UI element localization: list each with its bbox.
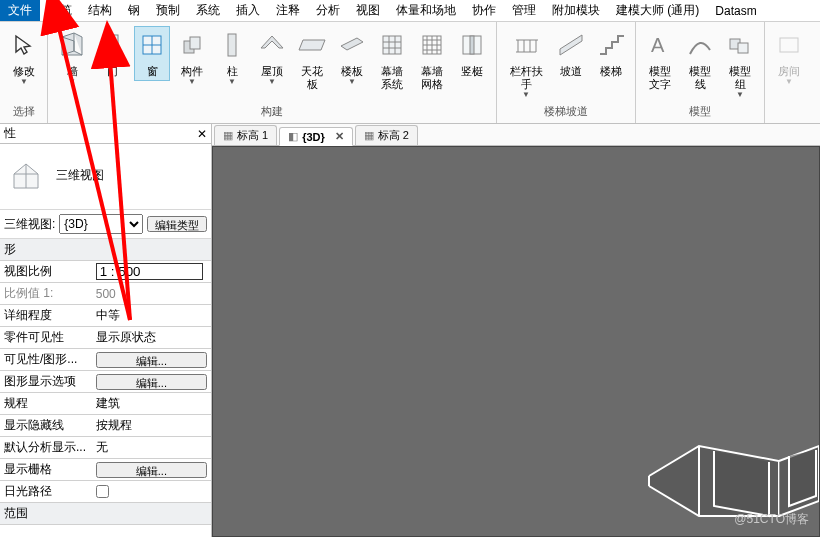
menu-datasm[interactable]: Datasm xyxy=(707,2,764,20)
menu-insert[interactable]: 插入 xyxy=(228,0,268,21)
roof-button[interactable]: 屋顶▼ xyxy=(254,26,290,89)
view-select[interactable]: {3D} xyxy=(59,214,143,234)
window-button[interactable]: 窗 xyxy=(134,26,170,81)
menu-architecture[interactable]: 建筑 xyxy=(40,0,80,21)
menu-steel[interactable]: 钢 xyxy=(120,0,148,21)
chevron-down-icon: ▼ xyxy=(785,78,793,86)
stair-icon xyxy=(595,29,627,61)
prop-defaultana-label: 默认分析显示... xyxy=(0,437,92,459)
wall-button[interactable]: 墙▼ xyxy=(54,26,90,89)
close-icon[interactable]: ✕ xyxy=(197,127,207,141)
prop-visgfx-label: 可见性/图形... xyxy=(0,349,92,371)
chevron-down-icon: ▼ xyxy=(268,78,276,86)
prop-sunpath-checkbox[interactable] xyxy=(96,485,109,498)
railing-icon xyxy=(510,29,542,61)
menu-systems[interactable]: 系统 xyxy=(188,0,228,21)
menu-annotate[interactable]: 注释 xyxy=(268,0,308,21)
chevron-down-icon: ▼ xyxy=(522,91,530,99)
menu-collab[interactable]: 协作 xyxy=(464,0,504,21)
chevron-down-icon: ▼ xyxy=(736,91,744,99)
menubar: 文件 建筑 结构 钢 预制 系统 插入 注释 分析 视图 体量和场地 协作 管理… xyxy=(0,0,820,22)
svg-rect-5 xyxy=(190,37,200,49)
menu-view[interactable]: 视图 xyxy=(348,0,388,21)
properties-panel: 性 ✕ 三维视图 三维视图: {3D} 编辑类型 形 视图比例 比例值 1 xyxy=(0,124,212,537)
prop-defaultana-value[interactable]: 无 xyxy=(92,437,211,459)
mullion-button[interactable]: 竖梃 xyxy=(454,26,490,81)
curtain-grid-button[interactable]: 幕墙 网格 xyxy=(414,26,450,94)
component-icon xyxy=(176,29,208,61)
view-type-prefix: 三维视图: xyxy=(4,216,55,233)
door-button[interactable]: 门 xyxy=(94,26,130,81)
modify-button[interactable]: 修改▼ xyxy=(6,26,42,89)
menu-structure[interactable]: 结构 xyxy=(80,0,120,21)
curtain-system-button[interactable]: 幕墙 系统 xyxy=(374,26,410,94)
chevron-down-icon: ▼ xyxy=(68,78,76,86)
prop-partvis-value[interactable]: 显示原状态 xyxy=(92,327,211,349)
stair-button[interactable]: 楼梯 xyxy=(593,26,629,81)
model-line-icon xyxy=(684,29,716,61)
prop-detail-value[interactable]: 中等 xyxy=(92,305,211,327)
ceiling-icon xyxy=(296,29,328,61)
svg-rect-13 xyxy=(738,43,748,53)
prop-discipline-value[interactable]: 建筑 xyxy=(92,393,211,415)
railing-button[interactable]: 栏杆扶手▼ xyxy=(503,26,549,102)
house-3d-icon xyxy=(6,154,46,197)
model-line-button[interactable]: 模型 线 xyxy=(682,26,718,94)
component-button[interactable]: 构件▼ xyxy=(174,26,210,89)
work-area: 性 ✕ 三维视图 三维视图: {3D} 编辑类型 形 视图比例 比例值 1 xyxy=(0,124,820,537)
curtain-grid-icon xyxy=(416,29,448,61)
cube-icon: ◧ xyxy=(288,130,298,143)
ramp-button[interactable]: 坡道 xyxy=(553,26,589,81)
prop-showgrid-button[interactable]: 编辑... xyxy=(96,462,207,478)
group-model-label: 模型 xyxy=(642,102,758,123)
svg-rect-10 xyxy=(470,36,474,54)
prop-partvis-label: 零件可见性 xyxy=(0,327,92,349)
view-pane: ▦ 标高 1 ◧ {3D} ✕ ▦ 标高 2 xyxy=(212,124,820,537)
prop-sunpath-label: 日光路径 xyxy=(0,481,92,503)
menu-addins[interactable]: 附加模块 xyxy=(544,0,608,21)
prop-detail-label: 详细程度 xyxy=(0,305,92,327)
prop-visgfx-button[interactable]: 编辑... xyxy=(96,352,207,368)
menu-precast[interactable]: 预制 xyxy=(148,0,188,21)
model-text-icon: A xyxy=(644,29,676,61)
view-tabstrip: ▦ 标高 1 ◧ {3D} ✕ ▦ 标高 2 xyxy=(212,124,820,146)
prop-hideline-label: 显示隐藏线 xyxy=(0,415,92,437)
prop-discipline-label: 规程 xyxy=(0,393,92,415)
plan-icon: ▦ xyxy=(223,129,233,142)
ceiling-button[interactable]: 天花板 xyxy=(294,26,330,94)
chevron-down-icon: ▼ xyxy=(348,78,356,86)
floor-icon xyxy=(336,29,368,61)
prop-gfxopt-button[interactable]: 编辑... xyxy=(96,374,207,390)
properties-header: 性 ✕ xyxy=(0,124,211,144)
menu-modelmaster[interactable]: 建模大师 (通用) xyxy=(608,0,707,21)
menu-analyze[interactable]: 分析 xyxy=(308,0,348,21)
section-extent[interactable]: 范围 xyxy=(0,503,211,525)
tab-level1[interactable]: ▦ 标高 1 xyxy=(214,125,277,145)
menu-file[interactable]: 文件 xyxy=(0,0,40,21)
prop-hideline-value[interactable]: 按规程 xyxy=(92,415,211,437)
svg-rect-7 xyxy=(383,36,401,54)
model-text-button[interactable]: A 模型 文字 xyxy=(642,26,678,94)
model-group-button[interactable]: 模型 组▼ xyxy=(722,26,758,102)
group-slope-label: 楼梯坡道 xyxy=(503,102,629,123)
chevron-down-icon: ▼ xyxy=(188,78,196,86)
cursor-icon xyxy=(8,29,40,61)
floor-button[interactable]: 楼板▼ xyxy=(334,26,370,89)
chevron-down-icon: ▼ xyxy=(20,78,28,86)
prop-scale-value[interactable] xyxy=(96,263,203,280)
door-icon xyxy=(96,29,128,61)
menu-massing[interactable]: 体量和场地 xyxy=(388,0,464,21)
tab-level2[interactable]: ▦ 标高 2 xyxy=(355,125,418,145)
view3d-label: 三维视图 xyxy=(56,167,104,184)
section-graphics[interactable]: 形 xyxy=(0,239,211,261)
column-button[interactable]: 柱▼ xyxy=(214,26,250,89)
menu-manage[interactable]: 管理 xyxy=(504,0,544,21)
viewport-3d[interactable]: @51CTO博客 xyxy=(212,146,820,537)
plan-icon: ▦ xyxy=(364,129,374,142)
group-select-label: 选择 xyxy=(6,102,41,123)
close-tab-icon[interactable]: ✕ xyxy=(335,130,344,143)
edit-type-button[interactable]: 编辑类型 xyxy=(147,216,207,232)
tab-3d[interactable]: ◧ {3D} ✕ xyxy=(279,127,353,146)
properties-title: 性 xyxy=(4,125,16,142)
prop-scale-label: 视图比例 xyxy=(0,261,92,283)
